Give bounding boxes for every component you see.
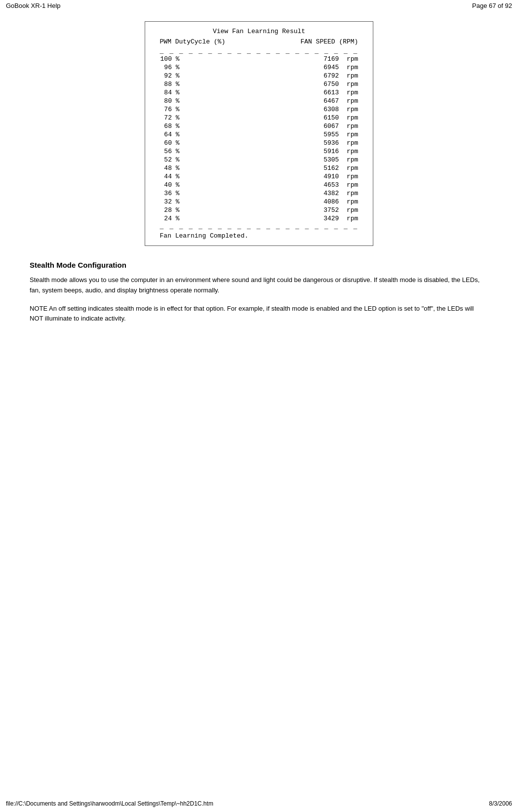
fan-pwm-cell: 40 % bbox=[160, 181, 209, 189]
fan-rpm-cell: 6792 rpm bbox=[319, 72, 358, 80]
fan-pwm-cell: 76 % bbox=[160, 106, 209, 113]
fan-pwm-cell: 28 % bbox=[160, 206, 209, 214]
fan-rpm-cell: 3429 rpm bbox=[319, 215, 358, 222]
fan-table-row: 56 %5916 rpm bbox=[160, 147, 359, 156]
fan-pwm-cell: 92 % bbox=[160, 72, 209, 80]
fan-table-row: 80 %6467 rpm bbox=[160, 97, 359, 105]
bottom-divider: _ _ _ _ _ _ _ _ _ _ _ _ _ _ _ _ _ _ _ _ … bbox=[160, 223, 359, 230]
fan-table-row: 32 %4086 rpm bbox=[160, 198, 359, 206]
fan-table-row: 100 %7169 rpm bbox=[160, 55, 359, 63]
fan-table-row: 40 %4653 rpm bbox=[160, 181, 359, 189]
fan-pwm-cell: 24 % bbox=[160, 215, 209, 222]
fan-pwm-cell: 100 % bbox=[160, 55, 209, 63]
fan-pwm-cell: 84 % bbox=[160, 89, 209, 96]
fan-rpm-cell: 5936 rpm bbox=[319, 139, 358, 147]
stealth-heading: Stealth Mode Configuration bbox=[30, 261, 488, 269]
fan-table-row: 68 %6067 rpm bbox=[160, 122, 359, 130]
footer-date: 8/3/2006 bbox=[489, 800, 512, 807]
fan-rpm-cell: 4086 rpm bbox=[319, 198, 358, 205]
fan-rpm-cell: 5305 rpm bbox=[319, 156, 358, 163]
stealth-para1: Stealth mode allows you to use the compu… bbox=[30, 275, 488, 296]
fan-pwm-cell: 44 % bbox=[160, 173, 209, 180]
fan-table-row: 64 %5955 rpm bbox=[160, 130, 359, 139]
fan-table-box: View Fan Learning Result PWM DutyCycle (… bbox=[145, 21, 374, 246]
fan-table-row: 92 %6792 rpm bbox=[160, 72, 359, 80]
fan-pwm-cell: 72 % bbox=[160, 114, 209, 122]
fan-pwm-cell: 36 % bbox=[160, 190, 209, 197]
stealth-para2: NOTE An off setting indicates stealth mo… bbox=[30, 304, 488, 325]
fan-rpm-cell: 7169 rpm bbox=[319, 55, 358, 63]
fan-table-row: 48 %5162 rpm bbox=[160, 164, 359, 172]
file-path: file://C:\Documents and Settings\harwood… bbox=[6, 800, 213, 807]
fan-rpm-cell: 4382 rpm bbox=[319, 190, 358, 197]
fan-table-header: PWM DutyCycle (%) FAN SPEED (RPM) bbox=[160, 38, 359, 45]
fan-rpm-cell: 6308 rpm bbox=[319, 106, 358, 113]
fan-table-row: 28 %3752 rpm bbox=[160, 206, 359, 214]
fan-rpm-cell: 4910 rpm bbox=[319, 173, 358, 180]
fan-pwm-cell: 96 % bbox=[160, 64, 209, 71]
app-title: GoBook XR-1 Help bbox=[6, 2, 61, 9]
fan-pwm-cell: 32 % bbox=[160, 198, 209, 205]
fan-table-row: 76 %6308 rpm bbox=[160, 105, 359, 114]
fan-pwm-cell: 56 % bbox=[160, 148, 209, 155]
fan-table-container: View Fan Learning Result PWM DutyCycle (… bbox=[30, 21, 488, 246]
fan-rpm-cell: 6945 rpm bbox=[319, 64, 358, 71]
fan-pwm-cell: 48 % bbox=[160, 164, 209, 172]
fan-table-rows: 100 %7169 rpm96 %6945 rpm92 %6792 rpm88 … bbox=[160, 55, 359, 223]
page-info: Page 67 of 92 bbox=[472, 2, 512, 9]
fan-rpm-cell: 3752 rpm bbox=[319, 206, 358, 214]
fan-table-row: 44 %4910 rpm bbox=[160, 172, 359, 181]
fan-table-row: 84 %6613 rpm bbox=[160, 88, 359, 97]
fan-table-title: View Fan Learning Result bbox=[160, 28, 359, 35]
fan-table-row: 72 %6150 rpm bbox=[160, 114, 359, 122]
fan-table-row: 36 %4382 rpm bbox=[160, 189, 359, 198]
fan-rpm-cell: 6067 rpm bbox=[319, 122, 358, 130]
fan-table-row: 88 %6750 rpm bbox=[160, 80, 359, 88]
fan-rpm-cell: 5955 rpm bbox=[319, 131, 358, 138]
fan-rpm-cell: 4653 rpm bbox=[319, 181, 358, 189]
fan-table-footer: Fan Learning Completed. bbox=[160, 232, 359, 240]
fan-pwm-cell: 60 % bbox=[160, 139, 209, 147]
fan-rpm-cell: 5162 rpm bbox=[319, 164, 358, 172]
fan-pwm-cell: 80 % bbox=[160, 97, 209, 105]
fan-table-row: 96 %6945 rpm bbox=[160, 63, 359, 72]
fan-pwm-cell: 52 % bbox=[160, 156, 209, 163]
fan-rpm-cell: 6750 rpm bbox=[319, 81, 358, 88]
fan-pwm-cell: 68 % bbox=[160, 122, 209, 130]
fan-pwm-cell: 64 % bbox=[160, 131, 209, 138]
fan-rpm-cell: 5916 rpm bbox=[319, 148, 358, 155]
fan-table-row: 60 %5936 rpm bbox=[160, 139, 359, 147]
col-pwm-header: PWM DutyCycle (%) bbox=[160, 38, 226, 45]
fan-rpm-cell: 6467 rpm bbox=[319, 97, 358, 105]
fan-pwm-cell: 88 % bbox=[160, 81, 209, 88]
fan-rpm-cell: 6150 rpm bbox=[319, 114, 358, 122]
fan-table-row: 24 %3429 rpm bbox=[160, 214, 359, 223]
fan-rpm-cell: 6613 rpm bbox=[319, 89, 358, 96]
col-rpm-header: FAN SPEED (RPM) bbox=[300, 38, 358, 45]
fan-table-row: 52 %5305 rpm bbox=[160, 156, 359, 164]
top-divider: _ _ _ _ _ _ _ _ _ _ _ _ _ _ _ _ _ _ _ _ … bbox=[160, 47, 359, 55]
